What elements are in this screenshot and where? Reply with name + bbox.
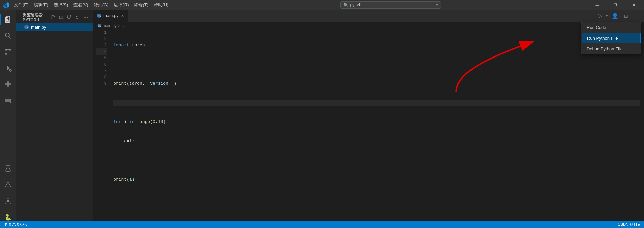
code-line-2 (113, 61, 640, 68)
error-icon (20, 222, 24, 226)
run-button-group: ▷ ▾ (596, 12, 609, 21)
activity-extensions-icon[interactable] (0, 76, 16, 92)
activity-remote-icon[interactable] (0, 93, 16, 110)
tab-main-py[interactable]: py main.py × (93, 10, 129, 22)
menu-bar: 文件(F) 编辑(E) 选择(S) 查看(V) 转到(G) 运行(R) 终端(T… (11, 1, 171, 9)
refresh-button[interactable] (66, 14, 73, 21)
menu-view[interactable]: 查看(V) (71, 1, 91, 9)
svg-point-28 (14, 225, 14, 226)
tab-python-icon: py (97, 13, 101, 18)
more-sidebar-button[interactable]: ⋯ (82, 14, 89, 21)
status-right: CSDN @ f l e (616, 222, 641, 226)
new-file-button[interactable] (50, 14, 57, 21)
breadcrumb-more[interactable]: ... (122, 23, 125, 28)
code-line-1: import torch (113, 42, 640, 48)
menu-terminal[interactable]: 终端(T) (131, 1, 151, 9)
sidebar-file-item[interactable]: py main.py (16, 23, 93, 31)
menu-run[interactable]: 运行(R) (111, 1, 131, 9)
breadcrumb-file[interactable]: main.py (103, 23, 117, 28)
account-button[interactable]: 👤 (610, 12, 620, 21)
svg-point-0 (5, 33, 9, 37)
svg-point-24 (5, 223, 6, 224)
search-dropdown-icon[interactable]: ▾ (436, 3, 438, 7)
activity-bar: 🐍 (0, 10, 16, 228)
code-editor[interactable]: 1 2 3 4 5 6 7 8 9 import torch print(tor… (93, 29, 644, 228)
more-actions-button[interactable]: ⋯ (632, 12, 641, 21)
collapse-all-button[interactable] (74, 14, 81, 21)
activity-run-debug-icon[interactable] (0, 60, 16, 76)
run-main-button[interactable]: ▷ (596, 12, 604, 21)
svg-rect-7 (8, 81, 11, 84)
breadcrumb-sep: > (118, 23, 120, 28)
activity-alert-icon[interactable] (0, 177, 16, 193)
code-line-8: print(a) (113, 176, 640, 183)
minimize-button[interactable]: — (590, 0, 605, 10)
run-python-file-item[interactable]: Run Python File (582, 33, 641, 43)
svg-point-26 (5, 225, 6, 226)
svg-text:py: py (26, 26, 29, 29)
svg-line-1 (9, 37, 11, 39)
menu-edit[interactable]: 编辑(E) (31, 1, 51, 9)
status-left: 0 0 0 (3, 222, 29, 226)
menu-select[interactable]: 选择(S) (51, 1, 71, 9)
activity-search-icon[interactable] (0, 28, 16, 44)
debug-python-file-item[interactable]: Debug Python File (581, 44, 641, 54)
svg-rect-9 (8, 84, 11, 87)
activity-source-control-icon[interactable] (0, 44, 16, 60)
run-dropdown-button[interactable]: ▾ (604, 12, 609, 21)
svg-point-2 (5, 53, 7, 54)
svg-point-5 (9, 69, 11, 71)
search-text: pytorh (350, 3, 434, 7)
editor-area: py main.py × py main.py > ... 1 2 3 4 5 (93, 10, 644, 228)
sidebar-title-actions: ⋯ (50, 14, 89, 21)
status-bar: 0 0 0 CSDN @ f l e (0, 221, 644, 228)
new-folder-button[interactable] (58, 14, 65, 21)
layout-button[interactable]: ⊞ (621, 12, 631, 21)
back-button[interactable]: ← (320, 1, 330, 9)
menu-goto[interactable]: 转到(G) (91, 1, 111, 9)
svg-point-31 (22, 225, 22, 225)
svg-rect-6 (5, 81, 8, 84)
svg-text:py: py (98, 25, 101, 27)
svg-text:py: py (98, 14, 101, 17)
restore-button[interactable]: ❐ (608, 0, 623, 10)
tab-close-button[interactable]: × (121, 13, 125, 19)
menu-help[interactable]: 帮助(H) (151, 1, 171, 9)
forward-button[interactable]: → (330, 1, 339, 9)
code-line-5: for i in range(0,10): (113, 119, 640, 125)
title-bar: 文件(F) 编辑(E) 选择(S) 查看(V) 转到(G) 运行(R) 终端(T… (0, 0, 644, 10)
run-code-item[interactable]: Run Code (581, 22, 641, 33)
line-numbers: 1 2 3 4 5 6 7 8 9 (93, 29, 109, 228)
search-bar[interactable]: 🔍 pytorh ▾ (340, 1, 441, 9)
breadcrumb: py main.py > ... (93, 22, 644, 29)
main-layout: 🐍 资源管理器: PYTORH ⋯ (0, 10, 644, 228)
branch-icon (4, 222, 8, 226)
dropdown-menu: Run Code Run Python File Debug Python Fi… (581, 22, 641, 54)
status-branch[interactable]: 0 0 0 (3, 222, 29, 226)
activity-test-icon[interactable] (0, 161, 16, 177)
sidebar-title: 资源管理器: PYTORH ⋯ (16, 10, 93, 23)
sidebar-file-label: main.py (31, 25, 46, 30)
svg-point-12 (10, 100, 11, 100)
close-button[interactable]: ✕ (626, 0, 641, 10)
code-line-7 (113, 157, 640, 163)
activity-account-icon[interactable] (0, 193, 16, 209)
svg-point-16 (7, 199, 9, 201)
breadcrumb-python-icon: py (97, 24, 101, 28)
python-file-icon: py (24, 25, 29, 29)
tab-bar: py main.py × (93, 10, 644, 22)
status-csdn[interactable]: CSDN @ f l e (616, 222, 641, 226)
editor-toolbar: ▷ ▾ 👤 ⊞ ⋯ (593, 10, 644, 22)
warning-icon (12, 222, 16, 226)
menu-file[interactable]: 文件(F) (11, 1, 31, 9)
code-line-4 (113, 100, 640, 106)
code-line-9 (113, 195, 640, 202)
activity-explorer-icon[interactable] (0, 11, 16, 28)
vscode-logo-icon (3, 2, 9, 8)
svg-rect-8 (5, 84, 8, 87)
svg-point-15 (8, 187, 8, 187)
code-line-3: print(torch.__version__) (113, 80, 640, 87)
code-content[interactable]: import torch print(torch.__version__) fo… (109, 29, 644, 228)
svg-point-13 (10, 102, 11, 103)
code-line-6: a=i; (113, 138, 640, 144)
